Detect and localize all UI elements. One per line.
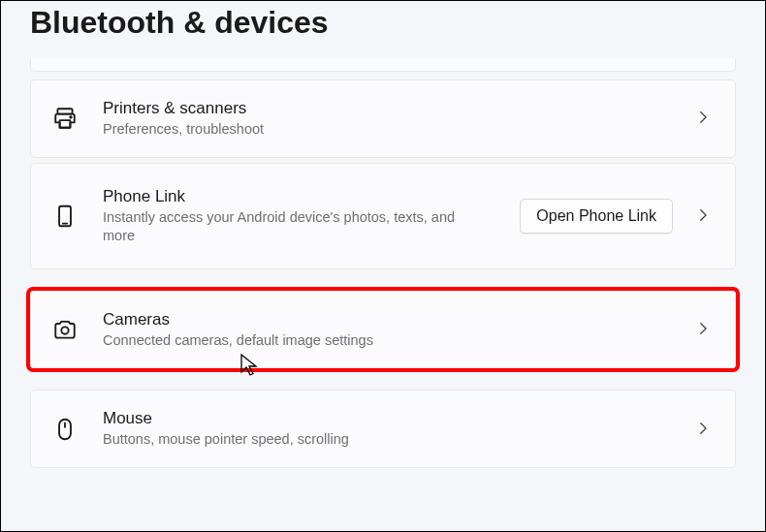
row-subtitle: Buttons, mouse pointer speed, scrolling	[103, 430, 471, 450]
chevron-right-icon	[694, 420, 714, 439]
row-printers-scanners[interactable]: Printers & scanners Preferences, trouble…	[30, 79, 736, 158]
row-body: Printers & scanners Preferences, trouble…	[103, 98, 694, 140]
row-title: Printers & scanners	[103, 98, 694, 119]
open-phone-link-button[interactable]: Open Phone Link	[520, 199, 673, 234]
camera-icon	[52, 317, 78, 342]
chevron-right-icon	[694, 320, 714, 339]
row-subtitle: Connected cameras, default image setting…	[103, 331, 471, 351]
chevron-right-icon	[694, 206, 714, 226]
svg-rect-1	[60, 120, 71, 128]
settings-list: Printers & scanners Preferences, trouble…	[1, 58, 765, 468]
row-title: Phone Link	[103, 186, 520, 207]
row-body: Mouse Buttons, mouse pointer speed, scro…	[103, 408, 694, 450]
row-subtitle: Instantly access your Android device's p…	[103, 208, 471, 246]
printer-icon	[52, 106, 78, 131]
chevron-right-icon	[694, 109, 714, 128]
phone-icon	[52, 203, 78, 229]
row-phone-link[interactable]: Phone Link Instantly access your Android…	[30, 163, 736, 269]
row-body: Phone Link Instantly access your Android…	[103, 186, 520, 246]
row-actions	[694, 320, 714, 339]
collapsed-row-edge	[30, 58, 736, 72]
svg-point-2	[70, 116, 72, 118]
svg-point-5	[61, 327, 68, 333]
mouse-icon	[52, 417, 78, 442]
row-cameras[interactable]: Cameras Connected cameras, default image…	[30, 291, 736, 369]
row-title: Mouse	[103, 408, 694, 429]
row-body: Cameras Connected cameras, default image…	[103, 309, 694, 351]
row-title: Cameras	[103, 309, 694, 330]
row-actions	[694, 109, 714, 128]
row-actions: Open Phone Link	[520, 199, 714, 234]
row-subtitle: Preferences, troubleshoot	[103, 120, 471, 140]
page-title: Bluetooth & devices	[1, 1, 765, 58]
row-mouse[interactable]: Mouse Buttons, mouse pointer speed, scro…	[30, 390, 736, 468]
row-actions	[694, 420, 714, 439]
